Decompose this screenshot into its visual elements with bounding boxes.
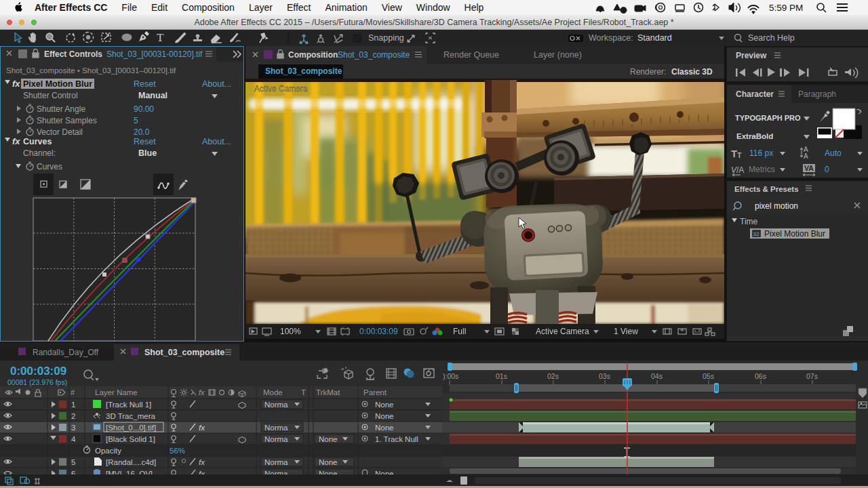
svg-text:fx: fx bbox=[12, 136, 20, 146]
svg-text:Auto: Auto bbox=[825, 148, 842, 158]
svg-text:1. Track Null: 1. Track Null bbox=[375, 435, 418, 443]
svg-text:4: 4 bbox=[71, 435, 76, 443]
svg-text:Shutter Control: Shutter Control bbox=[23, 91, 78, 100]
svg-text:Shot_03_[00031-00120].tif: Shot_03_[00031-00120].tif bbox=[106, 49, 203, 59]
svg-text:Snapping: Snapping bbox=[368, 33, 404, 43]
svg-text:2: 2 bbox=[71, 412, 75, 420]
svg-text:20.0: 20.0 bbox=[134, 127, 150, 137]
svg-text:):00s: ):00s bbox=[443, 372, 458, 380]
svg-text:Composition: Composition bbox=[288, 50, 338, 60]
svg-text:04s: 04s bbox=[651, 372, 663, 380]
svg-text:Character: Character bbox=[736, 89, 774, 99]
svg-text:06s: 06s bbox=[755, 372, 766, 380]
svg-text:Parent: Parent bbox=[363, 388, 387, 396]
svg-text:00081 (23.976 fps): 00081 (23.976 fps) bbox=[7, 378, 67, 386]
svg-text:Pixel Motion Blur: Pixel Motion Blur bbox=[23, 79, 92, 89]
svg-text:fx: fx bbox=[199, 388, 205, 396]
svg-text:Channel:: Channel: bbox=[23, 148, 56, 158]
svg-text:Shot_03_composite: Shot_03_composite bbox=[338, 50, 410, 60]
svg-text:Render Queue: Render Queue bbox=[443, 50, 499, 60]
svg-text:Curves: Curves bbox=[23, 137, 52, 146]
svg-text:About...: About... bbox=[202, 79, 231, 89]
svg-text:Layer (none): Layer (none) bbox=[534, 50, 582, 60]
svg-text:T: T bbox=[301, 388, 306, 396]
svg-text:Full: Full bbox=[453, 327, 466, 336]
svg-text:VA: VA bbox=[804, 164, 814, 172]
svg-text:1: 1 bbox=[71, 401, 75, 409]
svg-text:1 View: 1 View bbox=[614, 327, 638, 336]
svg-text:02s: 02s bbox=[547, 372, 559, 380]
svg-text:Effects & Presets: Effects & Presets bbox=[734, 185, 799, 193]
svg-text:32: 32 bbox=[753, 231, 760, 237]
svg-text:About...: About... bbox=[202, 137, 231, 146]
svg-text:Search Help: Search Help bbox=[748, 33, 795, 43]
svg-text:A: A bbox=[804, 152, 808, 160]
svg-text:Norma: Norma bbox=[264, 458, 288, 466]
svg-text:None: None bbox=[319, 435, 338, 443]
svg-text:fx: fx bbox=[12, 79, 20, 89]
svg-text:Norma: Norma bbox=[264, 424, 288, 432]
svg-text:#: # bbox=[71, 388, 75, 396]
svg-text:Shutter Samples: Shutter Samples bbox=[37, 116, 97, 125]
svg-text:T: T bbox=[157, 31, 164, 44]
svg-text:fx: fx bbox=[199, 424, 205, 432]
svg-text:3: 3 bbox=[71, 424, 75, 432]
svg-text:ExtraBold: ExtraBold bbox=[736, 132, 773, 140]
svg-text:Blue: Blue bbox=[138, 148, 157, 158]
svg-text:07s: 07s bbox=[806, 372, 818, 380]
svg-text:Preview: Preview bbox=[736, 51, 767, 60]
svg-text:None: None bbox=[319, 458, 338, 466]
svg-text:5: 5 bbox=[71, 458, 75, 466]
svg-text:05s: 05s bbox=[703, 372, 714, 380]
svg-text:0:00:03:09: 0:00:03:09 bbox=[10, 365, 66, 378]
svg-text:Curves: Curves bbox=[37, 162, 62, 171]
svg-text:0:00:03:09: 0:00:03:09 bbox=[359, 327, 398, 336]
svg-text:Metrics: Metrics bbox=[749, 165, 775, 174]
svg-text:Time: Time bbox=[740, 217, 758, 226]
svg-text:Manual: Manual bbox=[138, 91, 167, 100]
svg-text:TrkMat: TrkMat bbox=[316, 388, 340, 396]
svg-text:0: 0 bbox=[825, 165, 829, 174]
svg-text:01s: 01s bbox=[496, 372, 507, 380]
svg-text:Reset: Reset bbox=[134, 137, 156, 146]
svg-text:Workspace:: Workspace: bbox=[589, 33, 633, 43]
svg-text:None: None bbox=[375, 401, 394, 409]
svg-text:pixel motion: pixel motion bbox=[755, 201, 798, 211]
svg-text:TYPOGRAPH PRO: TYPOGRAPH PRO bbox=[735, 114, 801, 122]
svg-text:None: None bbox=[375, 424, 394, 432]
svg-text:Vector Detail: Vector Detail bbox=[37, 127, 83, 137]
svg-text:Norma: Norma bbox=[264, 401, 288, 409]
svg-text:100%: 100% bbox=[280, 327, 301, 336]
svg-text:Shot_03_composite: Shot_03_composite bbox=[144, 348, 224, 357]
svg-text:Effect Controls: Effect Controls bbox=[44, 49, 102, 59]
svg-text:Mode: Mode bbox=[263, 388, 283, 396]
svg-text:116 px: 116 px bbox=[749, 148, 773, 158]
svg-text:[Shot_0...0].tif]: [Shot_0...0].tif] bbox=[106, 424, 156, 432]
svg-text:V/A: V/A bbox=[731, 165, 744, 175]
svg-text:Shutter Angle: Shutter Angle bbox=[37, 104, 85, 114]
svg-text:90.00: 90.00 bbox=[134, 104, 154, 114]
svg-text:3D Trac_mera: 3D Trac_mera bbox=[106, 412, 155, 420]
svg-text:Shot_03_composite • Shot_03_[0: Shot_03_composite • Shot_03_[00031–00120… bbox=[6, 66, 176, 75]
svg-text:Opacity: Opacity bbox=[95, 447, 121, 455]
svg-text:03s: 03s bbox=[599, 372, 610, 380]
svg-text:Layer Name: Layer Name bbox=[95, 388, 138, 396]
svg-text:Active Camera: Active Camera bbox=[254, 84, 308, 94]
svg-text:fx: fx bbox=[199, 458, 205, 466]
svg-text:Active Camera: Active Camera bbox=[536, 327, 589, 336]
svg-text:[Track Null 1]: [Track Null 1] bbox=[106, 401, 151, 409]
svg-text:[Black Solid 1]: [Black Solid 1] bbox=[106, 435, 155, 443]
svg-text:5: 5 bbox=[134, 116, 138, 125]
svg-text:Standard: Standard bbox=[637, 33, 672, 43]
svg-text:Norma: Norma bbox=[264, 435, 288, 443]
svg-text:Pixel Motion Blur: Pixel Motion Blur bbox=[764, 229, 825, 239]
svg-text:[Randal....c4d]: [Randal....c4d] bbox=[106, 458, 156, 466]
svg-text:None: None bbox=[375, 412, 394, 420]
svg-text:56%: 56% bbox=[170, 447, 185, 455]
svg-text:5:59 PM: 5:59 PM bbox=[769, 3, 803, 13]
svg-text:Reset: Reset bbox=[134, 79, 156, 89]
svg-text:Paragraph: Paragraph bbox=[798, 89, 836, 99]
svg-text:Randalls_Day_Off: Randalls_Day_Off bbox=[33, 348, 99, 357]
